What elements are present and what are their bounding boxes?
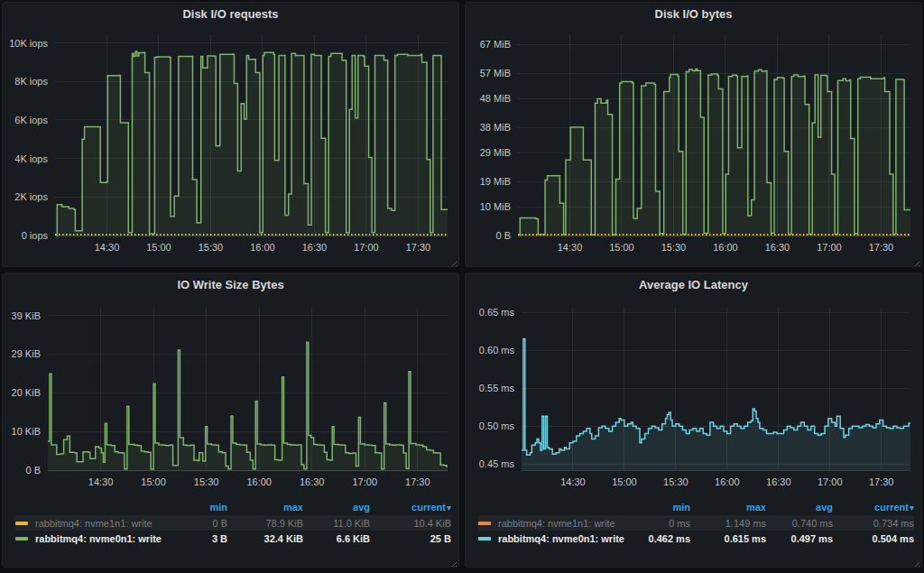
x-tick-label: 16:00 xyxy=(715,476,740,487)
series-name: rabbitmq4: nvme0n1: write xyxy=(35,533,162,544)
x-tick-label: 17:00 xyxy=(353,476,378,487)
chart-svg[interactable]: 0 B10 MiB19 MiB29 MiB38 MiB48 MiB57 MiB6… xyxy=(466,26,921,263)
x-tick-label: 17:00 xyxy=(354,242,379,253)
legend-sort-max[interactable]: max xyxy=(690,502,766,513)
y-tick-label: 39 KiB xyxy=(12,310,41,321)
x-tick-label: 14:30 xyxy=(560,476,586,487)
x-tick-label: 16:30 xyxy=(766,476,791,487)
series-area xyxy=(520,69,911,236)
x-tick-label: 15:30 xyxy=(663,476,688,487)
y-tick-label: 0.60 ms xyxy=(479,345,515,356)
y-tick-label: 8K iops xyxy=(14,76,48,87)
legend-row-nvme0n1[interactable]: rabbitmq4: nvme0n1: write 3 B 32.4 KiB 6… xyxy=(15,531,451,546)
x-tick-label: 14:30 xyxy=(558,242,583,253)
x-tick-label: 14:30 xyxy=(88,476,114,487)
series-area xyxy=(48,342,448,470)
legend-sort-min[interactable]: min xyxy=(631,502,690,513)
legend-current-value: 10.4 KiB xyxy=(370,518,451,529)
x-tick-label: 15:30 xyxy=(194,476,219,487)
legend-max-value: 0.615 ms xyxy=(690,533,766,544)
panel-title[interactable]: Disk I/O requests xyxy=(3,3,458,26)
legend-header: min max avg current▾ xyxy=(15,499,451,515)
legend-row-nvme1n1[interactable]: rabbitmq4: nvme1n1: write 0 B 78.9 KiB 1… xyxy=(15,515,451,531)
panel-disk-io-bytes: Disk I/O bytes 0 B10 MiB19 MiB29 MiB38 M… xyxy=(465,2,922,267)
chart-svg[interactable]: 0.45 ms0.50 ms0.55 ms0.60 ms0.65 ms14:30… xyxy=(466,297,921,497)
x-tick-label: 17:30 xyxy=(869,476,894,487)
series-name: rabbitmq4: nvme1n1: write xyxy=(498,518,615,529)
chart-canvas-disk-io-requests[interactable]: 0 iops2K iops4K iops6K iops8K iops10K io… xyxy=(3,26,458,263)
x-tick-label: 15:00 xyxy=(612,476,637,487)
panel-title[interactable]: Disk I/O bytes xyxy=(466,3,921,26)
series-color-swatch xyxy=(478,537,491,541)
y-tick-label: 0 iops xyxy=(22,230,49,241)
y-tick-label: 0.55 ms xyxy=(479,383,515,393)
y-tick-label: 0.65 ms xyxy=(479,307,515,318)
y-tick-label: 0 B xyxy=(25,465,41,476)
legend-sort-current-label: current xyxy=(411,502,446,513)
series-name: rabbitmq4: nvme1n1: write xyxy=(35,518,152,529)
sort-caret-icon: ▾ xyxy=(910,503,914,513)
legend-sort-min[interactable]: min xyxy=(168,502,227,513)
y-tick-label: 0.50 ms xyxy=(479,421,515,431)
chart-canvas-io-latency[interactable]: 0.45 ms0.50 ms0.55 ms0.60 ms0.65 ms14:30… xyxy=(466,297,921,497)
x-tick-label: 15:30 xyxy=(199,242,224,253)
y-tick-label: 2K iops xyxy=(14,191,48,202)
legend-header: min max avg current▾ xyxy=(478,499,914,515)
legend-current-value: 0.734 ms xyxy=(833,518,914,529)
panel-resize-handle-icon[interactable] xyxy=(448,256,457,265)
y-tick-label: 4K iops xyxy=(14,153,48,164)
series-color-swatch xyxy=(15,522,28,525)
y-tick-label: 19 MiB xyxy=(480,176,511,187)
x-tick-label: 16:00 xyxy=(246,476,272,487)
legend-current-value: 0.504 ms xyxy=(833,533,914,544)
series-area xyxy=(522,339,910,471)
y-tick-label: 20 KiB xyxy=(12,387,41,398)
y-tick-label: 10 MiB xyxy=(480,201,511,212)
y-tick-label: 29 KiB xyxy=(12,348,41,359)
legend-min-value: 0.462 ms xyxy=(631,533,690,544)
legend-sort-avg[interactable]: avg xyxy=(766,502,833,513)
legend-sort-current[interactable]: current▾ xyxy=(370,502,451,513)
y-tick-label: 48 MiB xyxy=(480,93,511,104)
panel-resize-handle-icon[interactable] xyxy=(448,557,457,566)
panel-resize-handle-icon[interactable] xyxy=(911,557,920,566)
panel-resize-handle-icon[interactable] xyxy=(911,256,920,265)
x-tick-label: 17:00 xyxy=(817,242,842,253)
y-tick-label: 10 KiB xyxy=(12,426,41,437)
x-tick-label: 15:00 xyxy=(146,242,171,253)
legend-max-value: 32.4 KiB xyxy=(227,533,303,544)
chart-canvas-io-write-size[interactable]: 0 B10 KiB20 KiB29 KiB39 KiB14:3015:0015:… xyxy=(3,297,458,497)
legend-row-nvme1n1[interactable]: rabbitmq4: nvme1n1: write 0 ms 1.149 ms … xyxy=(478,515,914,531)
y-tick-label: 0.45 ms xyxy=(479,458,515,469)
x-tick-label: 15:00 xyxy=(141,476,166,487)
legend-row-nvme0n1[interactable]: rabbitmq4: nvme0n1: write 0.462 ms 0.615… xyxy=(478,531,914,546)
chart-canvas-disk-io-bytes[interactable]: 0 B10 MiB19 MiB29 MiB38 MiB48 MiB57 MiB6… xyxy=(466,26,921,263)
sort-caret-icon: ▾ xyxy=(447,503,451,513)
y-tick-label: 0 B xyxy=(495,230,511,241)
panel-io-write-size-bytes: IO Write Size Bytes 0 B10 KiB20 KiB29 Ki… xyxy=(2,273,459,568)
x-tick-label: 16:00 xyxy=(250,242,275,253)
y-tick-label: 57 MiB xyxy=(480,68,511,79)
legend-sort-current[interactable]: current▾ xyxy=(833,502,914,513)
x-tick-label: 17:30 xyxy=(406,242,431,253)
legend-sort-avg[interactable]: avg xyxy=(303,502,370,513)
panel-title[interactable]: IO Write Size Bytes xyxy=(3,273,458,297)
dashboard-grid: Disk I/O requests 0 iops2K iops4K iops6K… xyxy=(2,2,922,568)
panel-average-io-latency: Average IO Latency 0.45 ms0.50 ms0.55 ms… xyxy=(465,273,922,568)
x-tick-label: 17:00 xyxy=(818,476,843,487)
legend-sort-max[interactable]: max xyxy=(227,502,303,513)
x-tick-label: 14:30 xyxy=(95,242,120,253)
x-tick-label: 16:30 xyxy=(302,242,328,253)
legend-sort-current-label: current xyxy=(874,502,909,513)
chart-svg[interactable]: 0 B10 KiB20 KiB29 KiB39 KiB14:3015:0015:… xyxy=(3,297,458,497)
x-tick-label: 15:30 xyxy=(661,242,687,253)
legend-table: min max avg current▾ rabbitmq4: nvme1n1:… xyxy=(466,497,921,546)
panel-title[interactable]: Average IO Latency xyxy=(466,273,921,297)
x-tick-label: 16:00 xyxy=(713,242,738,253)
legend-min-value: 0 ms xyxy=(631,518,690,529)
legend-avg-value: 0.740 ms xyxy=(766,518,833,529)
panel-disk-io-requests: Disk I/O requests 0 iops2K iops4K iops6K… xyxy=(2,2,459,267)
series-color-swatch xyxy=(15,537,28,541)
chart-svg[interactable]: 0 iops2K iops4K iops6K iops8K iops10K io… xyxy=(3,26,458,263)
y-tick-label: 67 MiB xyxy=(480,39,511,50)
